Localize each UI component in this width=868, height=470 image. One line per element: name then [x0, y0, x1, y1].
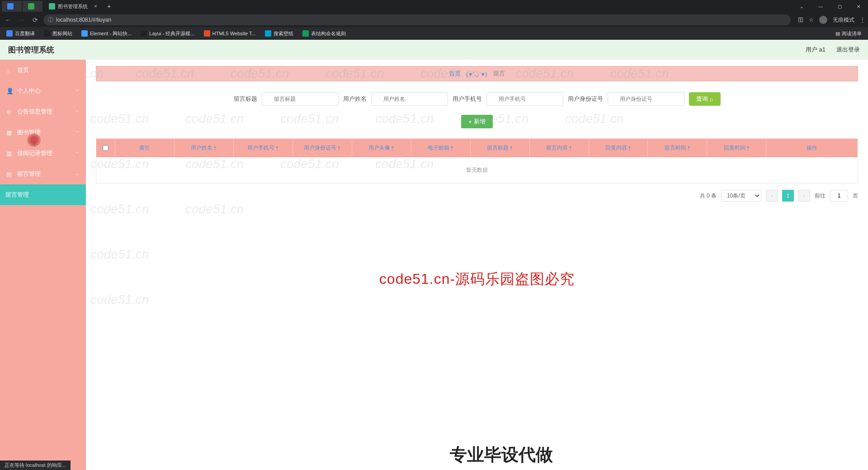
search-icon: ⌕	[710, 96, 713, 103]
filter-id-input[interactable]	[608, 92, 684, 106]
bookmark-icon	[302, 30, 309, 37]
bookmark-icon	[6, 30, 13, 37]
app-header: 图书管理系统 用户 a1 退出登录	[0, 40, 868, 60]
th-content[interactable]: 留言内容▲▼	[530, 139, 589, 157]
sidebar-item-notice[interactable]: ⊕ 公告信息管理 ﹀	[0, 101, 86, 122]
th-title[interactable]: 留言标题▲▼	[471, 139, 530, 157]
breadcrumb: 首页 (●'◡'●) 留言	[96, 66, 858, 81]
user-label[interactable]: 用户 a1	[806, 46, 826, 54]
window-minimize-icon[interactable]: —	[811, 0, 830, 13]
sort-icon[interactable]: ▲▼	[509, 146, 513, 151]
prev-page-button[interactable]: ‹	[766, 190, 778, 202]
sidebar-item-message[interactable]: ▤ 留言管理 ︿	[0, 164, 86, 184]
tab-other-1[interactable]	[2, 1, 22, 12]
incognito-icon	[819, 16, 827, 24]
search-button[interactable]: 查询⌕	[689, 92, 721, 106]
th-phone[interactable]: 用户手机号▲▼	[234, 139, 293, 157]
new-tab-button[interactable]: +	[104, 1, 114, 12]
add-button[interactable]: +新增	[461, 115, 493, 128]
goto-label: 前往	[815, 192, 826, 200]
bookmark-item[interactable]: 表结构命名规则	[299, 28, 349, 38]
tab-strip: 图书管理系统 × + ⌄ — ▢ ✕	[0, 0, 868, 13]
filter-name-input[interactable]	[371, 92, 448, 106]
th-msgtime[interactable]: 留言时间▲▼	[648, 139, 707, 157]
sort-icon[interactable]: ▲▼	[391, 146, 394, 151]
sidebar-item-borrow[interactable]: ▥ 借阅记录管理 ﹀	[0, 143, 86, 164]
th-email[interactable]: 电子邮箱▲▼	[411, 139, 471, 157]
window-caret-icon[interactable]: ⌄	[792, 0, 811, 13]
table-empty: 暂无数据	[96, 157, 858, 183]
tab-title: 图书管理系统	[58, 3, 88, 10]
incognito-label: 无痕模式	[833, 16, 854, 24]
bookmark-icon	[265, 30, 271, 37]
vue-favicon-icon	[49, 3, 55, 9]
logout-link[interactable]: 退出登录	[836, 46, 860, 54]
goto-suffix: 页	[853, 192, 858, 200]
bookmark-item[interactable]: HTML5 Website T...	[200, 28, 259, 38]
main-content: code51.cn code51.cn code51.cn code51.cn …	[86, 60, 868, 470]
tab-active[interactable]: 图书管理系统 ×	[43, 1, 103, 12]
site-info-icon[interactable]: ⓘ	[48, 16, 53, 24]
address-bar[interactable]: ⓘ localhost:8081/#/liuyan	[43, 14, 791, 25]
window-maximize-icon[interactable]: ▢	[830, 0, 849, 13]
menu-icon[interactable]: ⋮	[860, 17, 865, 23]
sidebar-item-book[interactable]: ▦ 图书管理 ﹀	[0, 122, 86, 143]
bookmark-item[interactable]: Element - 网站快...	[78, 28, 135, 38]
th-avatar[interactable]: 用户头像▲▼	[352, 139, 411, 157]
reload-button[interactable]: ⟳	[30, 14, 41, 25]
th-replytime[interactable]: 回复时间▲▼	[707, 139, 766, 157]
add-row: +新增	[96, 115, 858, 128]
star-icon[interactable]: ☆	[809, 17, 814, 23]
watermark-overlay-red: code51.cn-源码乐园盗图必究	[379, 269, 575, 289]
total-count: 共 0 条	[700, 192, 717, 200]
th-name[interactable]: 用户姓名▲▼	[175, 139, 234, 157]
tab-other-2[interactable]	[23, 1, 42, 12]
sort-icon[interactable]: ▲▼	[275, 146, 278, 151]
filter-label: 用户姓名	[343, 95, 367, 103]
forward-button[interactable]: →	[16, 14, 27, 25]
th-index[interactable]: 索引	[115, 139, 175, 157]
chevron-down-icon: ﹀	[75, 88, 80, 94]
user-icon: 👤	[6, 88, 13, 94]
bookmark-item[interactable]: 搜索壁纸	[261, 28, 297, 38]
key-icon[interactable]: ⚿	[798, 17, 803, 23]
chevron-down-icon: ﹀	[75, 108, 80, 115]
sort-icon[interactable]: ▲▼	[746, 146, 750, 151]
close-icon[interactable]: ×	[94, 3, 97, 9]
window-close-icon[interactable]: ✕	[849, 0, 868, 13]
th-reply[interactable]: 回复内容▲▼	[589, 139, 648, 157]
filter-title-input[interactable]	[262, 92, 339, 106]
tab-favicon-icon	[7, 3, 14, 9]
page-1-button[interactable]: 1	[782, 190, 794, 202]
reading-list-icon: ▤	[835, 31, 840, 37]
sort-icon[interactable]: ▲▼	[450, 146, 453, 151]
th-idcard[interactable]: 用户身份证号▲▼	[293, 139, 352, 157]
th-checkbox	[96, 139, 115, 157]
sort-icon[interactable]: ▲▼	[687, 146, 690, 151]
select-all-checkbox[interactable]	[103, 145, 108, 151]
sidebar-item-home[interactable]: ⌂ 首页	[0, 60, 86, 80]
sidebar-subitem-message[interactable]: 留言管理	[0, 184, 86, 205]
address-text: localhost:8081/#/liuyan	[56, 17, 111, 23]
sort-icon[interactable]: ▲▼	[337, 146, 340, 151]
bookmark-item[interactable]: 百度翻译	[3, 28, 38, 38]
filter-phone-input[interactable]	[486, 92, 563, 106]
sort-icon[interactable]: ▲▼	[569, 146, 572, 151]
breadcrumb-home[interactable]: 首页	[449, 70, 461, 78]
sort-icon[interactable]: ▲▼	[628, 146, 631, 151]
sidebar: ⌂ 首页 👤 个人中心 ﹀ ⊕ 公告信息管理 ﹀ ▦ 图书管理 ﹀ ▥ 借阅记录…	[0, 60, 86, 470]
back-button[interactable]: ←	[3, 14, 14, 25]
filter-row: 留言标题 ⌕ 用户姓名 ⌕ 用户手机号 ⌕ 用户身份证号 ⌕ 查询⌕	[96, 92, 858, 106]
sidebar-item-profile[interactable]: 👤 个人中心 ﹀	[0, 80, 86, 101]
reading-list[interactable]: ▤阅读清单	[832, 28, 865, 38]
th-ops: 操作	[766, 139, 858, 157]
goto-page-input[interactable]	[830, 190, 848, 202]
bookmark-item[interactable]: 图标网站	[40, 28, 76, 38]
data-table: 索引 用户姓名▲▼ 用户手机号▲▼ 用户身份证号▲▼ 用户头像▲▼ 电子邮箱▲▼…	[96, 138, 858, 183]
bookmark-icon	[81, 30, 88, 37]
next-page-button[interactable]: ›	[798, 190, 810, 202]
bookmark-item[interactable]: Layui - 经典开源模...	[137, 28, 198, 38]
page-size-select[interactable]: 10条/页	[721, 190, 761, 202]
sort-icon[interactable]: ▲▼	[213, 146, 217, 151]
filter-label: 留言标题	[234, 95, 257, 103]
